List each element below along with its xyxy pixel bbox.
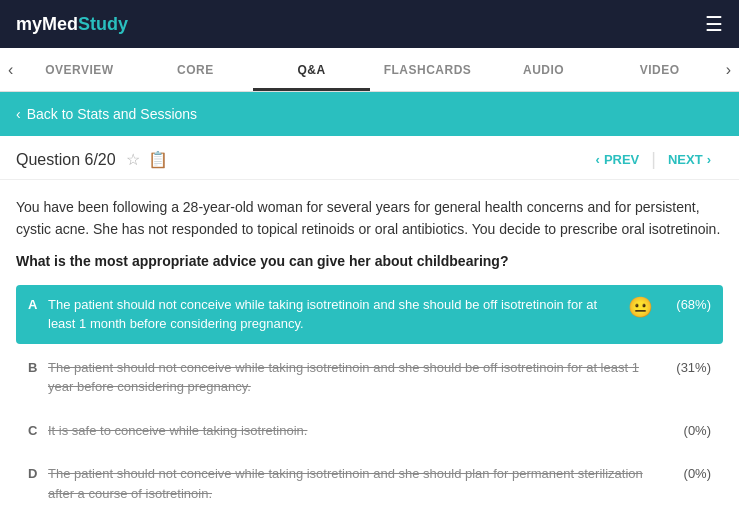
question-label-group: Question 6/20 ☆ 📋 xyxy=(16,150,168,169)
scenario-text: You have been following a 28-year-old wo… xyxy=(16,196,723,241)
logo-med: Med xyxy=(42,14,78,35)
tab-core[interactable]: CORE xyxy=(137,48,253,91)
prev-chevron-icon: ‹ xyxy=(596,152,600,167)
doc-icon[interactable]: 📋 xyxy=(148,150,168,169)
option-pct-b: (31%) xyxy=(661,358,711,375)
nav-left-arrow[interactable]: ‹ xyxy=(0,61,21,79)
tab-video[interactable]: VIDEO xyxy=(602,48,718,91)
option-letter-b: B xyxy=(28,358,48,375)
answer-option-a[interactable]: A The patient should not conceive while … xyxy=(16,285,723,344)
option-text-c: It is safe to conceive while taking isot… xyxy=(48,421,661,441)
prev-next-buttons: ‹ PREV | NEXT › xyxy=(584,148,723,171)
option-letter-d: D xyxy=(28,464,48,481)
tab-overview[interactable]: OVERVIEW xyxy=(21,48,137,91)
back-chevron-icon: ‹ xyxy=(16,106,21,122)
next-label: NEXT xyxy=(668,152,703,167)
option-letter-a: A xyxy=(28,295,48,312)
hamburger-icon[interactable]: ☰ xyxy=(705,12,723,36)
logo-study: Study xyxy=(78,14,128,35)
option-pct-c: (0%) xyxy=(661,421,711,438)
prev-button[interactable]: ‹ PREV xyxy=(584,148,652,171)
app-logo: myMedStudy xyxy=(16,14,128,35)
option-pct-d: (0%) xyxy=(661,464,711,481)
question-body: You have been following a 28-year-old wo… xyxy=(0,180,739,516)
option-pct-a: (68%) xyxy=(661,295,711,312)
logo-my: my xyxy=(16,14,42,35)
back-bar: ‹ Back to Stats and Sessions xyxy=(0,92,739,136)
app-header: myMedStudy ☰ xyxy=(0,0,739,48)
option-text-a: The patient should not conceive while ta… xyxy=(48,295,628,334)
tab-flashcards[interactable]: FLASHCARDS xyxy=(370,48,486,91)
answer-option-c[interactable]: C It is safe to conceive while taking is… xyxy=(16,411,723,451)
nav-tabs: ‹ OVERVIEW CORE Q&A FLASHCARDS AUDIO VID… xyxy=(0,48,739,92)
question-number: Question 6/20 xyxy=(16,151,116,169)
question-icons: ☆ 📋 xyxy=(126,150,168,169)
nav-right-arrow[interactable]: › xyxy=(718,61,739,79)
option-letter-c: C xyxy=(28,421,48,438)
option-text-b: The patient should not conceive while ta… xyxy=(48,358,661,397)
back-label: Back to Stats and Sessions xyxy=(27,106,197,122)
prev-label: PREV xyxy=(604,152,639,167)
tab-audio[interactable]: AUDIO xyxy=(486,48,602,91)
option-text-d: The patient should not conceive while ta… xyxy=(48,464,661,503)
question-header: Question 6/20 ☆ 📋 ‹ PREV | NEXT › xyxy=(0,136,739,180)
option-emoji-a: 😐 xyxy=(628,295,653,319)
next-chevron-icon: › xyxy=(707,152,711,167)
star-icon[interactable]: ☆ xyxy=(126,150,140,169)
next-button[interactable]: NEXT › xyxy=(656,148,723,171)
back-to-stats-link[interactable]: ‹ Back to Stats and Sessions xyxy=(16,106,197,122)
answer-option-d[interactable]: D The patient should not conceive while … xyxy=(16,454,723,513)
answer-option-b[interactable]: B The patient should not conceive while … xyxy=(16,348,723,407)
tab-qa[interactable]: Q&A xyxy=(253,48,369,91)
question-text: What is the most appropriate advice you … xyxy=(16,253,723,269)
